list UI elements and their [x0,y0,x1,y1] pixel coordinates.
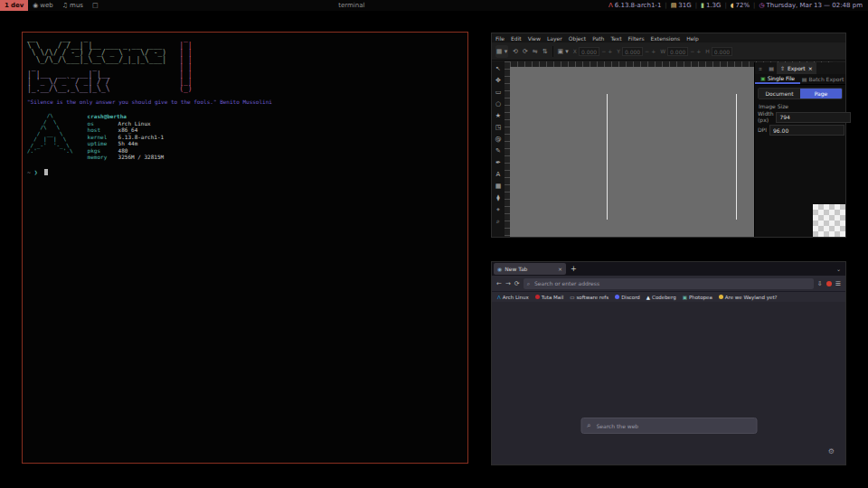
plus-stepper-icon[interactable]: + [608,48,612,54]
tag-label: web [40,2,52,9]
menu-extensions[interactable]: Extensions [651,35,681,42]
bookmark-discord[interactable]: Discord [615,295,640,300]
tab-batch-export[interactable]: ▤ Batch Export [800,74,845,84]
menu-help[interactable]: Help [686,35,699,42]
selector-tool[interactable]: ↖ [493,63,504,74]
menu-filters[interactable]: Filters [628,35,645,42]
menu-text[interactable]: Text [610,35,621,42]
forward-icon[interactable]: → [505,280,511,287]
workspace-tag-dev[interactable]: 1 dev [0,0,28,11]
firefox-window[interactable]: ◉ New Tab × + ⌄ ← → ⟳ ⌕ ⇩ ☰ Λ Arch Linux… [491,261,846,465]
zoom-tool[interactable]: ⌕ [493,216,504,227]
document-button[interactable]: Document [759,89,800,99]
gradient-tool[interactable]: ▦ [493,181,504,192]
rectangle-tool[interactable]: ▭ [493,87,504,98]
close-icon[interactable]: × [808,65,813,71]
dropper-tool[interactable]: ⧫ [493,192,504,203]
globe-icon: ◉ [33,2,38,9]
shell-prompt[interactable]: ~ ❯ [27,169,463,176]
square-icon: □ [92,2,99,9]
xml-editor-icon[interactable]: ⌗ [755,65,766,72]
fetch-row-uptime: uptime5h 44m [88,140,165,147]
menu-object[interactable]: Object [569,35,587,42]
star-tool[interactable]: ★ [493,110,504,121]
menu-edit[interactable]: Edit [511,35,522,42]
toolbar-divider [552,46,553,57]
close-tab-icon[interactable]: × [558,266,562,272]
tab-single-file[interactable]: ▣ Single File [755,74,800,84]
flip-vertical-icon[interactable]: ⇅ [542,48,548,55]
menu-view[interactable]: View [528,35,541,42]
single-file-icon: ▣ [760,75,766,81]
fetch-row-memory: memory3256M / 32815M [88,154,165,161]
selection-mode-dropdown[interactable]: ▦ ▾ [495,45,508,58]
bookmark-codeberg[interactable]: ▲ Codeberg [646,295,676,300]
workspace-tag-web[interactable]: ◉ web [28,0,58,11]
x-coordinate-field[interactable]: X 0.000 − + [573,47,612,56]
rotate-cw-icon[interactable]: ⟳ [523,48,528,55]
align-dropdown[interactable]: ▣ ▾ [558,48,569,55]
menu-file[interactable]: File [495,35,505,42]
tab-list-chevron-icon[interactable]: ⌄ [836,266,841,272]
bookmark-arch-linux[interactable]: Λ Arch Linux [497,295,529,300]
pencil-tool[interactable]: ✎ [493,145,504,156]
export-dpi-input[interactable] [769,125,844,136]
export-mode-tabs: ▣ Single File ▤ Batch Export [755,74,845,85]
account-icon[interactable] [826,281,832,286]
workspace-tag-mus[interactable]: ♫ mus [58,0,88,11]
volume-value: 72% [736,2,750,9]
bookmark-are-we-wayland-yet[interactable]: Are we Wayland yet? [719,295,778,300]
bookmarks-bar: Λ Arch Linux Tuta Mail ▭ software refs D… [492,291,845,302]
url-input[interactable] [533,279,810,287]
ellipse-tool[interactable]: ○ [493,99,504,109]
focused-window-title: terminal [338,2,364,9]
downloads-icon[interactable]: ⇩ [817,280,823,287]
terminal-window[interactable]: __ __ _ \ \ / /__| |__ ___ _ __ ___ \ \/… [22,32,468,464]
separator: | [753,2,755,9]
personalize-gear-icon[interactable]: ⚙ [828,447,835,455]
fetch-row-kernel: kernel6.13.8-arch1-1 [88,134,165,141]
rotate-ccw-icon[interactable]: ⟲ [513,48,518,55]
url-bar[interactable]: ⌕ [524,278,814,289]
bookmark-software-refs[interactable]: ▭ software refs [570,295,609,300]
inkscape-window[interactable]: File Edit View Layer Object Path Text Fi… [491,33,846,238]
pen-tool[interactable]: ✒ [493,157,504,168]
text-tool[interactable]: A [493,169,504,180]
width-field[interactable]: W 0.000 − + [660,47,701,56]
wayland-icon [719,295,723,299]
minus-stepper-icon[interactable]: − [601,48,606,54]
workspace-tag-scratch[interactable]: □ [88,0,103,11]
active-tab[interactable]: ◉ New Tab × [494,263,566,275]
new-tab-button[interactable]: + [571,265,577,273]
export-dialog: ⌗ ▤ ⇧ Export × ▣ Single File ▤ Batch Exp… [754,62,845,237]
hamburger-menu-icon[interactable]: ☰ [835,280,841,287]
layers-icon[interactable]: ▤ [766,65,777,71]
minus-stepper-icon[interactable]: − [690,48,694,54]
export-icon: ⇧ [780,65,785,71]
plus-stepper-icon[interactable]: + [696,48,701,54]
flip-horizontal-icon[interactable]: ⇋ [533,48,538,55]
plus-stepper-icon[interactable]: + [651,48,656,54]
disk-module: ▤ 31G [671,2,692,9]
web-search-input[interactable] [594,422,750,430]
bookmark-photopea[interactable]: ▣ Photopea [683,295,712,300]
batch-export-icon: ▤ [802,76,807,82]
page-button[interactable]: Page [800,89,842,99]
tuta-icon [535,295,540,299]
minus-stepper-icon[interactable]: − [645,48,649,54]
spiral-tool[interactable]: @ [493,134,504,145]
menu-path[interactable]: Path [592,35,604,42]
node-editor-tool[interactable]: ✥ [493,75,504,86]
reload-icon[interactable]: ⟳ [514,280,520,287]
back-icon[interactable]: ← [496,280,502,287]
bookmark-tuta-mail[interactable]: Tuta Mail [535,295,563,300]
measure-tool[interactable]: ⌖ [493,204,504,215]
export-width-input[interactable] [776,112,851,123]
height-field[interactable]: H 0.000 [705,47,732,56]
menu-layer[interactable]: Layer [547,35,562,42]
y-coordinate-field[interactable]: Y 0.000 − + [617,47,656,56]
search-icon: ⌕ [527,280,530,287]
web-search-box[interactable]: ⌕ [580,418,757,434]
export-dialog-tab[interactable]: ⇧ Export × [777,62,816,74]
box3d-tool[interactable]: ◳ [493,122,504,133]
